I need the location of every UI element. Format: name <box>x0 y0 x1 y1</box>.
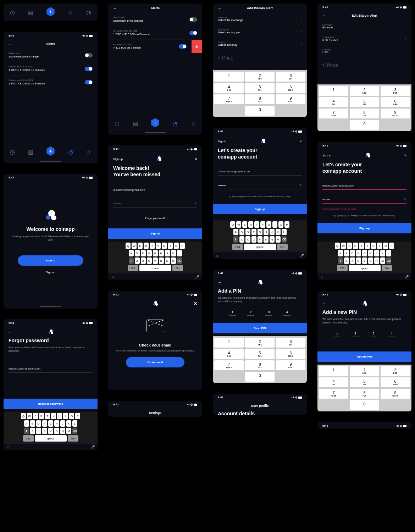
pin-input[interactable]: 1234 <box>317 327 411 340</box>
numkey-6[interactable]: 6MNO <box>381 377 410 387</box>
key-r[interactable]: R <box>353 243 358 249</box>
key-g[interactable]: G <box>48 420 53 427</box>
key-k[interactable]: K <box>276 229 281 235</box>
numkey-2[interactable]: 2ABC <box>350 86 379 96</box>
numkey-8[interactable]: 8TUV <box>245 94 275 104</box>
mic-key[interactable]: 🎤 <box>90 445 95 449</box>
key-l[interactable]: L <box>282 229 287 235</box>
key-e[interactable]: E <box>347 243 352 249</box>
price-input[interactable]: $Price <box>213 50 307 66</box>
key-p[interactable]: P <box>389 243 394 249</box>
key-u[interactable]: U <box>57 413 62 419</box>
nav-icon[interactable]: ▤ <box>133 120 138 125</box>
numkey-3[interactable]: 3DEF <box>276 72 305 82</box>
key-y[interactable]: Y <box>260 221 265 228</box>
key-j[interactable]: J <box>374 250 379 256</box>
back-button[interactable]: ← <box>218 6 222 10</box>
key-d[interactable]: D <box>36 420 41 427</box>
key-v[interactable]: V <box>48 428 53 434</box>
nav-icon-active[interactable]: ◔ <box>68 149 73 154</box>
fab-add[interactable]: + <box>46 7 55 16</box>
key-x[interactable]: X <box>36 428 41 434</box>
key-h[interactable]: H <box>368 250 373 256</box>
pair-select[interactable]: Trading PairSelect trading pair› <box>213 25 307 38</box>
key-w[interactable]: W <box>132 243 137 249</box>
key-s[interactable]: S <box>239 229 244 235</box>
back-button[interactable]: ← <box>113 6 117 10</box>
key-v[interactable]: V <box>153 257 158 264</box>
key-s[interactable]: S <box>135 250 140 256</box>
key-e[interactable]: E <box>33 413 38 419</box>
key-b[interactable]: B <box>264 236 269 243</box>
password-input[interactable]: ••••••••👁 <box>322 195 406 204</box>
nav-icon[interactable]: ▤ <box>28 149 33 154</box>
key-l[interactable]: L <box>177 250 182 256</box>
numkey-5[interactable]: 5JKL <box>350 377 379 387</box>
nav-icon[interactable]: ☆ <box>68 9 73 14</box>
nav-icon[interactable]: ◷ <box>10 9 15 14</box>
key-x[interactable]: X <box>141 257 146 264</box>
numkey-6[interactable]: 6MNO <box>276 349 305 359</box>
go-key[interactable]: Go <box>68 435 78 442</box>
fab-add[interactable]: + <box>46 146 55 156</box>
key-k[interactable]: K <box>380 250 385 256</box>
email-input[interactable]: niculici.victor@gmail.com <box>218 168 302 176</box>
header-link[interactable]: Sign in <box>218 140 226 143</box>
backspace-key[interactable]: ⌫ <box>72 428 77 434</box>
numkey-5[interactable]: 5JKL <box>245 83 275 93</box>
back-button[interactable]: ← <box>218 280 222 284</box>
back-button[interactable]: ← <box>322 13 326 18</box>
numkey-5[interactable]: 5JKL <box>350 97 379 107</box>
exchange-select[interactable]: ExchangeBinance› <box>317 20 411 33</box>
key-d[interactable]: D <box>350 250 355 256</box>
key-n[interactable]: N <box>374 257 379 264</box>
key-c[interactable]: C <box>147 257 152 264</box>
key-j[interactable]: J <box>270 229 275 235</box>
keyboard[interactable]: QWERTYUIOPASDFGHJKL ⬆ZXCVBNM⌫ 123spaceGo <box>4 412 98 444</box>
key-d[interactable]: D <box>141 250 146 256</box>
key-u[interactable]: U <box>371 243 376 249</box>
save-pin-button[interactable]: Save PIN <box>213 323 307 333</box>
close-button[interactable]: ✕ <box>194 301 197 306</box>
numkey-1[interactable]: 1 <box>319 366 348 376</box>
numkey-0[interactable]: 0 <box>245 372 275 382</box>
email-input[interactable]: niculici.victor@gmail.com <box>322 182 406 190</box>
key-n[interactable]: N <box>60 428 65 434</box>
key-h[interactable]: H <box>54 420 59 427</box>
numkey-9[interactable]: 9WXYZ <box>276 94 305 104</box>
key-m[interactable]: M <box>171 257 176 264</box>
numkey-1[interactable]: 1 <box>319 86 348 96</box>
key-c[interactable]: C <box>251 236 256 243</box>
forgot-link[interactable]: Forgot password? <box>108 215 202 222</box>
key-z[interactable]: Z <box>239 236 244 243</box>
eye-icon[interactable]: 👁 <box>194 202 197 205</box>
key-h[interactable]: H <box>159 250 164 256</box>
key-n[interactable]: N <box>270 236 275 243</box>
numkey-8[interactable]: 8TUV <box>350 109 379 118</box>
key-w[interactable]: W <box>27 413 32 419</box>
pin-input[interactable]: 1234 <box>213 305 307 319</box>
numpad[interactable]: 1 2ABC3DEF4GHI5JKL6MNO7PQRS8TUV9WXYZ0 <box>317 365 411 411</box>
key-b[interactable]: B <box>368 257 373 264</box>
key-e[interactable]: E <box>242 221 247 228</box>
numkey-4[interactable]: 4GHI <box>319 377 348 387</box>
numkey-0[interactable]: 0 <box>245 106 275 116</box>
password-input[interactable]: ••••••••👁 <box>218 181 302 189</box>
key-o[interactable]: O <box>278 221 283 228</box>
numkey-9[interactable]: 9WXYZ <box>381 109 410 118</box>
key-t[interactable]: T <box>45 413 50 419</box>
signup-link[interactable]: Sign up <box>4 268 98 276</box>
key-g[interactable]: G <box>153 250 158 256</box>
toggle[interactable] <box>85 67 93 71</box>
numkey-4[interactable]: 4GHI <box>214 349 244 359</box>
key-j[interactable]: J <box>165 250 170 256</box>
toggle[interactable] <box>85 80 93 84</box>
key-p[interactable]: P <box>180 243 185 249</box>
password-input[interactable]: ••••••••👁 <box>113 200 197 208</box>
emoji-key[interactable]: ☺ <box>6 445 10 449</box>
keyboard[interactable]: QWERTYUIOPASDFGHJKL ⬆ZXCVBNM⌫ 123spaceGo <box>317 242 411 273</box>
space-key[interactable]: space <box>35 435 67 442</box>
key-z[interactable]: Z <box>344 257 349 264</box>
goto-email-button[interactable]: Go to email <box>126 357 184 367</box>
currency-select[interactable]: CurrencyUSD› <box>317 45 411 57</box>
